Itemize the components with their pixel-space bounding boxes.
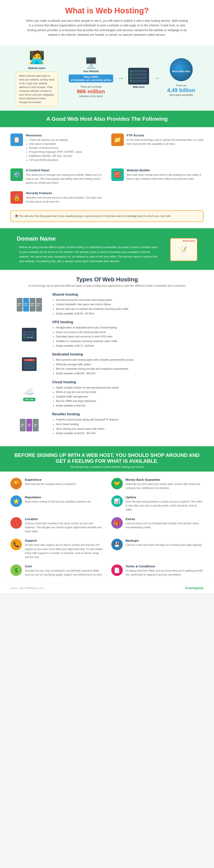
hosting-cloud: ☁️ Your site Cloud hosting Highly scalab… <box>10 380 204 408</box>
experience-text: Experience How long has the company been… <box>25 478 76 486</box>
web-host-label: Web Host <box>133 86 144 89</box>
hosting-reseller: Othersite Yoursite Othersite Reseller ho… <box>10 412 204 436</box>
footer-logo: firstsiteguide <box>185 586 204 590</box>
criteria-grid: 🏆 Experience How long has the company be… <box>10 478 204 577</box>
resources-title: Resources <box>26 133 82 137</box>
criteria-cost: 💲 Cost Shouldn't be your only considerat… <box>10 564 103 577</box>
knowledge-text: You will also find that good web hosts u… <box>19 214 171 218</box>
criteria-extras: 🎁 Extras Look for extras such as SimpleS… <box>111 517 204 534</box>
control-panel-icon: ⚙️ <box>10 168 23 181</box>
arrow-right-2: → <box>153 74 160 82</box>
shared-info: Shared hosting Economical and the most b… <box>52 292 129 316</box>
user-description: When internet users want to view your we… <box>16 72 58 106</box>
reputation-desc: Read online reviews to find out how sati… <box>25 500 91 504</box>
stat-449: There are 4,49 billion web pages worldwi… <box>164 83 198 98</box>
money-back-desc: Hopefully you won't want your money back… <box>126 482 204 490</box>
website-users-label: Website Users <box>28 67 45 70</box>
experience-title: Experience <box>25 478 76 482</box>
uptime-desc: Does the web host guarantee a certain am… <box>126 500 204 512</box>
percent-badge: Only 5,55% of websites are currently act… <box>69 74 113 83</box>
list-item: Amalgamation of dedicated server plus Sh… <box>56 326 117 330</box>
criteria-reputation: ⭐ Reputation Read online reviews to find… <box>10 495 103 512</box>
terms-desc: It's always best this! Make sure you kno… <box>126 569 204 577</box>
dedicated-title: Dedicated hosting <box>52 352 134 356</box>
domain-title: Domain Name <box>17 235 164 242</box>
ded-unit-2 <box>24 362 35 364</box>
types-section: Types Of Web Hosting As technology has p… <box>0 270 214 446</box>
source-text: Source: https://WPBeginner.com <box>10 587 44 589</box>
website-builder-text: Website Builder Most web hosts include s… <box>127 168 204 181</box>
support-icon: 📞 <box>10 539 22 550</box>
knowledge-box: 📚 You will also find that good web hosts… <box>10 210 204 222</box>
criteria-backups: 💾 Backups Look for a web host which will… <box>111 539 204 559</box>
shared-title: Shared hosting <box>52 292 129 297</box>
list-item: Powerful control panels along with Domai… <box>56 417 118 422</box>
list-item: Easily available at $26.5/m <box>56 404 119 408</box>
features-grid: 📋 Resources Check the features you are g… <box>0 127 214 228</box>
security-desc: Websites must be kept secure so they are… <box>26 196 103 204</box>
your-website-label: Your Website <box>83 70 99 73</box>
list-item: Dedicated space and resources to each VP… <box>56 335 117 339</box>
hero-diagram: 🧑‍💻 Website Users When internet users wa… <box>0 45 214 111</box>
domain-text: Before we jump into the different types … <box>20 245 162 264</box>
experience-desc: How long has the company been in busines… <box>25 482 76 486</box>
before-signup-subtitle: You should use a variety of criteria bef… <box>12 465 202 468</box>
vps-visual: Your site <box>10 327 48 341</box>
cloud-icon: ☁️ <box>24 387 34 397</box>
vps-unit-your: Your site <box>24 336 35 339</box>
dedicated-label: Your site <box>24 359 35 361</box>
uptime-text: Uptime Does the web host guarantee a cer… <box>126 495 204 512</box>
location-desc: Choose a host that's located in the same… <box>25 522 103 534</box>
cost-text: Cost Shouldn't be your only consideratio… <box>25 564 103 577</box>
list-item: Efficiently manage traffic spikes <box>56 362 134 367</box>
list-item: Limited bandwidth, disk space and contro… <box>56 302 129 307</box>
list-item: Easily available at $0.95 - $2.95/m <box>56 311 129 316</box>
hosting-vps: Your site VPS hosting Amalgamation of de… <box>10 320 204 348</box>
backups-title: Backups <box>126 539 202 542</box>
ded-unit-3 <box>24 365 35 367</box>
backups-desc: Look for a web host which will help you … <box>126 543 202 547</box>
control-panel-title: A Control Panel <box>26 168 103 172</box>
list-item: Best for SMBs and large enterprises <box>56 399 119 404</box>
money-back-text: Money Back Guarantee Hopefully you won't… <box>126 478 204 490</box>
cloud-points: Highly scalable solution to meet growing… <box>52 385 119 408</box>
security-icon: 🔒 <box>10 191 23 204</box>
list-item: Economical and the most basic web hostin… <box>56 298 129 303</box>
list-item: Works on pay-per-use pricing model <box>56 390 119 395</box>
shared-block-1: Othersite <box>17 298 23 311</box>
security-title: Security Features <box>26 191 103 195</box>
cloud-visual: ☁️ Your site <box>10 387 48 401</box>
vps-main-server: Your site <box>22 328 37 341</box>
domain-text-area: Domain Name Before we jump into the diff… <box>17 235 164 264</box>
location-text: Location Choose a host that's located in… <box>25 517 103 534</box>
list-item: Most powerful web hosting option with co… <box>56 358 134 362</box>
list-item: Easily available at $49.95 - $53.9/m <box>56 371 134 376</box>
resources-list: Check the features you are getting: Disk… <box>26 138 82 162</box>
extras-desc: Look for extras such as SimpleScripts In… <box>126 522 204 529</box>
reputation-icon: ⭐ <box>10 495 22 507</box>
knowledge-box-wrapper: 📚 You will also find that good web hosts… <box>10 210 204 222</box>
good-host-title: A Good Web Host Also Provides The Follow… <box>8 116 206 122</box>
experience-icon: 🏆 <box>10 478 22 489</box>
shared-block-2: Othersite <box>30 298 35 311</box>
terms-icon: 📄 <box>111 564 123 576</box>
feature-resources: 📋 Resources Check the features you are g… <box>10 133 103 162</box>
criteria-uptime: 📊 Uptime Does the web host guarantee a c… <box>111 495 204 512</box>
extras-text: Extras Look for extras such as SimpleScr… <box>126 517 204 529</box>
uptime-icon: 📊 <box>111 495 123 507</box>
cost-title: Cost <box>25 564 103 568</box>
list-item: Easily available at $17.9 - $19.9/m <box>56 344 117 348</box>
list-item: Highly scalable solution to meet growing… <box>56 385 119 390</box>
res-block-2: Othersite <box>33 419 39 431</box>
criteria-section: 🏆 Experience How long has the company be… <box>0 471 214 583</box>
website-builder-title: Website Builder <box>127 168 204 172</box>
support-text: Support All web hosts offer support, but… <box>25 539 103 559</box>
cost-desc: Shouldn't be your only consideration, bu… <box>25 569 103 577</box>
domain-section: Domain Name Before we jump into the diff… <box>0 229 214 270</box>
reseller-visual: Othersite Yoursite Othersite <box>10 417 48 431</box>
feature-security: 🔒 Security Features Websites must be kep… <box>10 191 103 204</box>
list-item: Aid in brand building <box>56 422 118 427</box>
criteria-support: 📞 Support All web hosts offer support, b… <box>10 539 103 559</box>
list-item: Scalable traffic management <box>56 395 119 399</box>
ftp-icon: 📁 <box>111 133 124 146</box>
